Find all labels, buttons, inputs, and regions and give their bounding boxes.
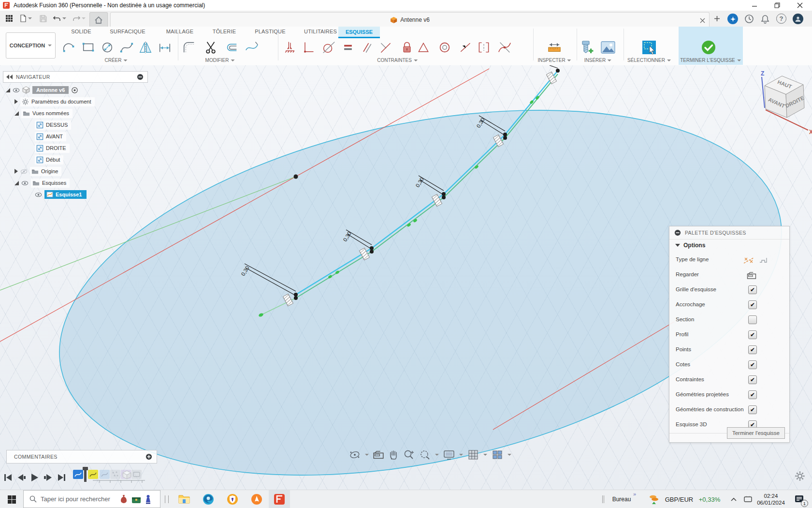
hide-panel-icon[interactable] <box>137 74 144 80</box>
tree-item-origine[interactable]: Origine <box>14 166 61 177</box>
tab-plastique[interactable]: PLASTIQUE <box>255 27 286 37</box>
timeline-feature-ghost-4[interactable] <box>131 470 142 479</box>
group-inspecter[interactable]: INSPECTER <box>537 58 571 63</box>
help-icon[interactable]: ? <box>776 14 786 24</box>
collapse-palette-icon[interactable] <box>674 229 681 236</box>
section-expander-icon[interactable] <box>675 244 680 247</box>
visibility-eye-icon[interactable] <box>35 191 42 198</box>
dimensions-checkbox[interactable]: ✔ <box>748 360 757 369</box>
expander-open-icon[interactable] <box>14 111 19 116</box>
viewports-caret[interactable] <box>508 454 511 456</box>
tab-surfacique[interactable]: SURFACIQUE <box>110 27 145 37</box>
preferences-gear-icon[interactable] <box>795 471 805 481</box>
constraint-symmetry-icon[interactable] <box>455 37 475 58</box>
stock-pair[interactable]: GBP/EUR <box>663 490 695 508</box>
visibility-eye-icon[interactable] <box>21 179 29 187</box>
tree-item-esquisses[interactable]: Esquisses <box>14 178 70 188</box>
create-dimension-tool[interactable] <box>155 37 174 58</box>
expander-closed-icon[interactable] <box>14 99 18 104</box>
constraint-polygon-icon[interactable] <box>414 37 433 58</box>
snap-checkbox[interactable]: ✔ <box>748 300 757 309</box>
constraint-parallel-icon[interactable] <box>357 37 377 58</box>
timeline-feature-ghost-2[interactable] <box>110 470 120 479</box>
3d-canvas[interactable]: 0,30 0,30 0,30 0,30 <box>0 65 812 490</box>
profile-checkbox[interactable]: ✔ <box>748 330 757 339</box>
orbit-caret[interactable] <box>365 454 369 456</box>
timeline-feature-sketch2[interactable] <box>88 470 98 479</box>
view-cube[interactable]: HAUT AVANT DROITE Z X <box>758 70 812 135</box>
fit-caret[interactable] <box>435 454 439 456</box>
constraint-coincident-icon[interactable] <box>280 37 300 58</box>
group-inserer[interactable]: INSÉRER <box>584 58 611 63</box>
go-to-start-icon[interactable] <box>4 474 12 481</box>
palette-options-section[interactable]: Options <box>675 242 705 249</box>
add-comment-icon[interactable] <box>145 453 152 460</box>
grid-settings-icon[interactable] <box>467 449 479 460</box>
tab-tolerie[interactable]: TÔLERIE <box>213 27 236 37</box>
create-rectangle-tool[interactable] <box>79 37 98 58</box>
constraint-concentric-icon[interactable] <box>435 37 454 58</box>
construction-geometry-checkbox[interactable]: ✔ <box>748 405 757 414</box>
constraint-curvature-icon[interactable] <box>495 37 514 58</box>
create-spline-tool[interactable] <box>117 37 136 58</box>
tree-item-view-debut[interactable]: Début <box>35 154 63 165</box>
edge-browser-icon[interactable] <box>201 492 216 507</box>
look-at-icon[interactable] <box>373 450 384 460</box>
inspect-measure-tool[interactable] <box>545 37 564 58</box>
app-grid-icon[interactable] <box>3 12 15 25</box>
origin-point[interactable] <box>294 175 298 179</box>
construction-line-toggle-icon[interactable] <box>743 256 754 265</box>
step-back-icon[interactable] <box>17 474 26 481</box>
close-button[interactable] <box>789 0 811 11</box>
section-checkbox[interactable] <box>748 315 757 324</box>
selected-tree-row[interactable]: Esquisse1 <box>44 190 87 199</box>
home-button[interactable] <box>89 12 108 27</box>
search-highlight-vase-icon[interactable] <box>120 494 128 504</box>
group-terminer-esquisse[interactable]: TERMINER L'ESQUISSE <box>680 58 741 63</box>
pan-hand-icon[interactable] <box>388 449 399 460</box>
document-tab[interactable]: Antenne v6 <box>110 12 710 27</box>
tree-item-document[interactable]: Antenne v6 <box>6 85 78 95</box>
palette-header[interactable]: PALETTE D'ESQUISSES <box>669 226 789 239</box>
group-creer[interactable]: CRÉER <box>104 58 127 63</box>
modify-curve-tool[interactable] <box>242 37 261 58</box>
undo-button[interactable] <box>51 12 68 25</box>
taskbar-search[interactable]: Taper ici pour rechercher <box>23 490 160 508</box>
stocks-widget-icon[interactable] <box>646 490 662 508</box>
navigator-header[interactable]: NAVIGATEUR <box>3 71 148 83</box>
stock-change[interactable]: +0,33% <box>696 490 723 508</box>
expander-open-icon[interactable] <box>6 88 10 92</box>
constraint-tangent-icon[interactable] <box>319 37 338 58</box>
create-mirror-tool[interactable] <box>136 37 155 58</box>
bureau-toolbar[interactable]: Bureau <box>609 490 634 508</box>
toolbar-grip[interactable] <box>602 495 604 503</box>
redo-button[interactable] <box>71 12 87 25</box>
start-button[interactable] <box>4 492 19 507</box>
group-modifier[interactable]: MODIFIER <box>205 58 235 63</box>
create-circle-tool[interactable] <box>98 37 117 58</box>
group-contraintes[interactable]: CONTRAINTES <box>377 58 418 63</box>
tree-item-view-avant[interactable]: AVANT <box>35 131 66 142</box>
insert-image-tool[interactable] <box>598 37 618 58</box>
clock[interactable]: 02:24 06/01/2024 <box>754 490 788 508</box>
play-icon[interactable] <box>31 473 39 482</box>
toolbar-overflow-chevron[interactable]: » <box>633 491 636 497</box>
notification-center[interactable]: 1 <box>790 490 809 508</box>
zoom-icon[interactable] <box>403 449 415 460</box>
avast-icon[interactable] <box>249 492 264 507</box>
comments-bar[interactable]: COMMENTAIRES <box>6 450 157 463</box>
fusion360-taskbar-icon[interactable] <box>272 492 287 507</box>
expander-open-icon[interactable] <box>14 181 19 185</box>
new-tab-button[interactable] <box>711 12 723 25</box>
tree-item-document-settings[interactable]: Paramètres du document <box>14 96 95 107</box>
document-tab-close-icon[interactable] <box>700 16 705 25</box>
expander-closed-icon[interactable] <box>14 169 18 174</box>
go-to-end-icon[interactable] <box>58 474 66 481</box>
tab-maillage[interactable]: MAILLAGE <box>166 27 194 37</box>
timeline-playhead[interactable] <box>84 467 87 482</box>
grid-caret[interactable] <box>483 454 487 456</box>
fit-zoom-icon[interactable] <box>419 449 431 460</box>
centerline-toggle-icon[interactable] <box>758 256 768 265</box>
finish-sketch-button[interactable] <box>699 37 718 58</box>
tab-utilitaires[interactable]: UTILITAIRES <box>304 27 337 37</box>
